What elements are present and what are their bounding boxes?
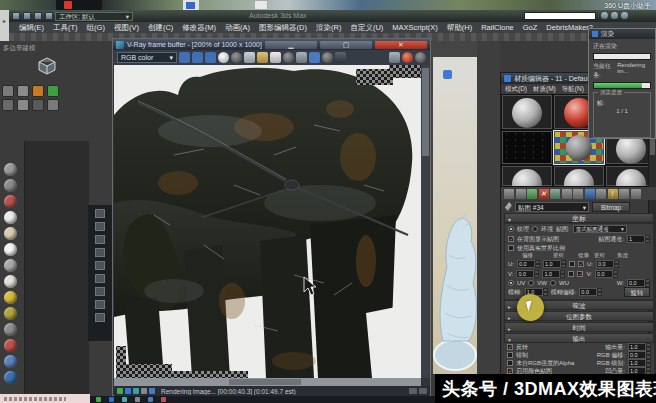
material-slot-black-map[interactable] <box>501 130 553 165</box>
toolbar-sphere-icon[interactable] <box>4 355 17 368</box>
assign-material-icon[interactable] <box>527 189 537 199</box>
alpha-from-rgb-checkbox[interactable] <box>507 360 513 366</box>
blur-offset-spinner[interactable]: 0.0 <box>579 288 602 296</box>
show-on-back-checkbox[interactable] <box>508 236 514 242</box>
duplicate-icon[interactable] <box>296 52 307 63</box>
pick-material-icon[interactable] <box>631 189 641 199</box>
v-angle-spinner[interactable]: 0.0 <box>595 270 618 278</box>
search-icon[interactable] <box>601 12 608 19</box>
minimize-button[interactable]: ▁ <box>265 41 317 49</box>
uv-radio[interactable] <box>508 280 514 286</box>
taskbar-icon[interactable] <box>109 397 114 402</box>
stop-render-icon[interactable] <box>415 52 426 63</box>
coordinates-rollout-header[interactable]: ▾ 坐标 <box>504 213 654 223</box>
tool-icon[interactable] <box>95 287 105 296</box>
output-amount-spinner[interactable]: 1.0 <box>628 343 651 351</box>
save-image-icon[interactable] <box>218 52 229 63</box>
tool-icon[interactable] <box>95 222 105 231</box>
tool-icon[interactable] <box>32 99 44 111</box>
texture-radio[interactable] <box>508 226 514 232</box>
material-slot[interactable] <box>501 94 553 130</box>
menu-tools[interactable]: 工具(T) <box>53 23 78 33</box>
primitive-cube-icon[interactable] <box>36 55 58 75</box>
menu-modifiers[interactable]: 修改器(M) <box>182 23 216 33</box>
toolbar-sphere-icon[interactable] <box>4 275 17 288</box>
vw-radio[interactable] <box>528 280 534 286</box>
taskbar-icon[interactable] <box>148 397 153 402</box>
alpha-channel-icon[interactable] <box>192 52 203 63</box>
undo-icon[interactable] <box>45 12 53 20</box>
u-tile-checkbox[interactable] <box>578 261 584 267</box>
toolbar-sphere-icon[interactable] <box>4 259 17 272</box>
reset-map-icon[interactable]: ✕ <box>539 189 549 199</box>
tool-icon[interactable] <box>95 274 105 283</box>
rgb-level-spinner[interactable]: 1.0 <box>628 359 651 367</box>
print-icon[interactable] <box>270 52 281 63</box>
tool-icon[interactable] <box>95 235 105 244</box>
clamp-checkbox[interactable] <box>507 352 513 358</box>
show-end-result-icon[interactable] <box>596 189 606 199</box>
maxscript-mini-listener[interactable] <box>0 394 90 403</box>
material-slot[interactable] <box>553 165 605 187</box>
menu-group[interactable]: 组(G) <box>87 23 105 33</box>
compare-icon[interactable] <box>309 52 320 63</box>
load-image-icon[interactable] <box>231 52 242 63</box>
folder-icon[interactable] <box>257 52 268 63</box>
menu-views[interactable]: 视图(V) <box>114 23 139 33</box>
toolbar-sphere-icon[interactable] <box>4 243 17 256</box>
maximize-button[interactable]: ▢ <box>320 41 372 49</box>
track-mouse-icon[interactable] <box>389 52 400 63</box>
taskbar-icon[interactable] <box>161 397 166 402</box>
mapping-dropdown[interactable]: 显式贴图通道▾ <box>573 225 627 233</box>
search-field[interactable] <box>524 12 596 20</box>
vfb-titlebar[interactable]: V-Ray frame buffer - [200% of 1000 x 100… <box>113 39 430 50</box>
workspace-selector[interactable]: 工作区: 默认▾ <box>55 12 133 21</box>
v-offset-spinner[interactable]: 0.0 <box>516 270 539 278</box>
real-world-checkbox[interactable] <box>508 245 514 251</box>
save-file-icon[interactable] <box>34 12 42 20</box>
w-angle-spinner[interactable]: 0.0 <box>627 279 650 287</box>
material-name-dropdown[interactable]: 贴图 #34▾ <box>515 202 589 212</box>
u-angle-spinner[interactable]: 0.0 <box>596 260 619 268</box>
go-to-parent-icon[interactable]: ! <box>608 189 618 199</box>
status-icon[interactable] <box>117 388 123 394</box>
toolbar-sphere-icon[interactable] <box>4 291 17 304</box>
clear-image-icon[interactable] <box>283 52 294 63</box>
wu-radio[interactable] <box>550 280 556 286</box>
v-tiling-spinner[interactable]: 1.0 <box>542 270 565 278</box>
vfb-horizontal-scrollbar[interactable] <box>114 378 421 386</box>
get-material-icon[interactable] <box>504 189 514 199</box>
channel-dropdown[interactable]: RGB color▾ <box>117 52 177 63</box>
menu-create[interactable]: 创建(C) <box>148 23 173 33</box>
close-button[interactable]: ✕ <box>375 41 427 49</box>
tool-icon[interactable] <box>2 99 14 111</box>
put-material-scene-icon[interactable] <box>516 189 526 199</box>
mono-channel-icon[interactable] <box>205 52 216 63</box>
tool-icon[interactable] <box>95 261 105 270</box>
tool-icon[interactable] <box>2 85 14 97</box>
make-unique-icon[interactable] <box>550 189 560 199</box>
status-icon[interactable] <box>149 388 155 394</box>
rotate-button[interactable]: 旋转 <box>624 287 650 297</box>
star-icon[interactable] <box>611 12 618 19</box>
toolbar-sphere-icon[interactable] <box>4 195 17 208</box>
tool-icon[interactable] <box>95 209 105 218</box>
me-menu-material[interactable]: 材质(M) <box>533 85 556 94</box>
taskbar-icon[interactable] <box>122 397 127 402</box>
toolbar-sphere-icon[interactable] <box>4 371 17 384</box>
tool-icon[interactable] <box>17 99 29 111</box>
tool-icon[interactable] <box>95 313 105 322</box>
eyedropper-icon[interactable] <box>505 202 512 211</box>
status-icon[interactable] <box>133 388 139 394</box>
me-menu-navigation[interactable]: 导航(N) <box>562 85 584 94</box>
environ-radio[interactable] <box>532 226 538 232</box>
stamp-icon[interactable] <box>335 52 346 63</box>
status-icon[interactable] <box>125 388 131 394</box>
menu-maxscript[interactable]: MAXScript(X) <box>392 23 437 32</box>
menu-help[interactable]: 帮助(H) <box>447 23 472 33</box>
toolbar-sphere-icon[interactable] <box>4 323 17 336</box>
tool-icon[interactable] <box>17 85 29 97</box>
material-type-button[interactable]: Bitmap <box>592 202 630 212</box>
spinner-up-icon[interactable] <box>409 388 417 394</box>
toolbar-sphere-icon[interactable] <box>4 163 17 176</box>
